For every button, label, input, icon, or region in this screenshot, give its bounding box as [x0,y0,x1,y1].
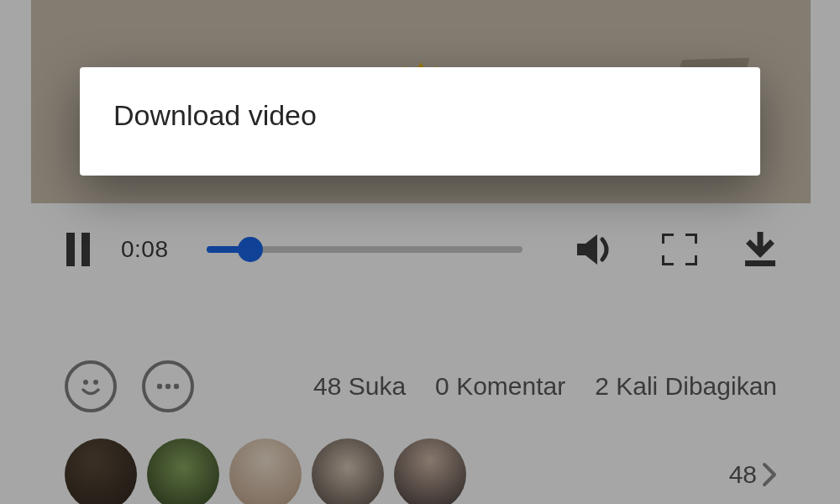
download-video-option[interactable]: Download video [113,99,727,132]
context-menu: Download video [80,67,760,176]
